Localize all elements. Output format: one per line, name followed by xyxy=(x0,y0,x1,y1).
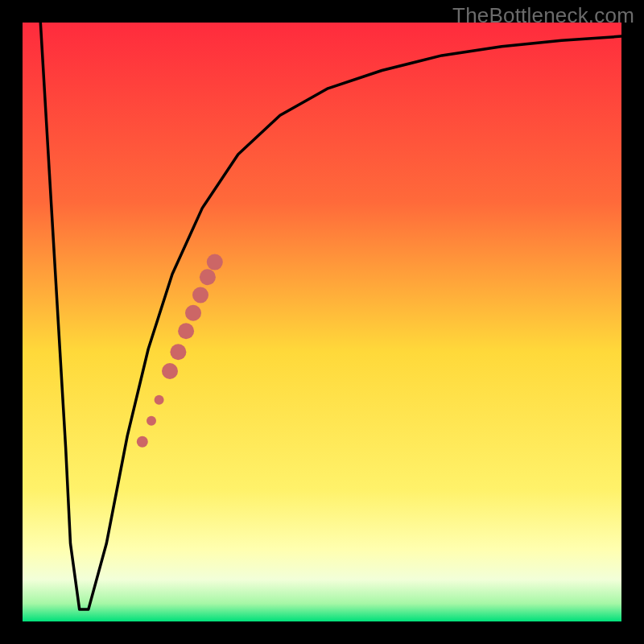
scatter-point xyxy=(170,344,186,360)
watermark-text: TheBottleneck.com xyxy=(452,3,634,28)
chart-frame: TheBottleneck.com xyxy=(0,0,644,644)
scatter-point xyxy=(137,436,148,448)
scatter-point xyxy=(200,269,216,285)
scatter-point xyxy=(155,395,164,405)
scatter-point xyxy=(207,254,223,270)
scatter-point xyxy=(185,305,201,321)
scatter-point xyxy=(147,416,156,426)
scatter-point xyxy=(192,287,208,303)
gradient-background xyxy=(23,23,621,621)
scatter-point xyxy=(178,323,194,339)
scatter-point xyxy=(162,363,178,379)
plot-area xyxy=(23,23,621,621)
chart-svg xyxy=(23,23,621,621)
